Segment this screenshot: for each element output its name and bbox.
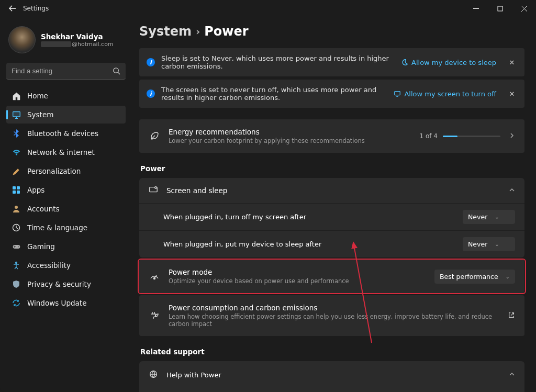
nav-time-language[interactable]: Time & language: [6, 219, 126, 237]
shield-icon: [12, 279, 21, 289]
chevron-up-icon: [509, 371, 515, 379]
help-group: Help with Power Adjusting power and slee…: [139, 361, 524, 392]
screen-sleep-header[interactable]: Screen and sleep: [139, 178, 524, 203]
svg-rect-6: [17, 191, 20, 194]
power-mode-select[interactable]: Best performance⌄: [434, 270, 515, 284]
main-content: System › Power i Sleep is set to Never, …: [131, 17, 536, 392]
svg-point-7: [15, 206, 18, 209]
svg-rect-4: [17, 186, 20, 189]
svg-point-10: [18, 246, 19, 247]
svg-rect-12: [395, 92, 400, 95]
user-email: @hotmail.com: [41, 41, 114, 48]
chevron-right-icon: ›: [196, 25, 200, 38]
home-icon: [12, 91, 21, 100]
banner-message: The screen is set to never turn off, whi…: [161, 86, 387, 102]
screen-off-row: When plugged in, turn off my screen afte…: [139, 203, 524, 230]
plug-leaf-icon: [149, 310, 160, 321]
clock-icon: [12, 223, 21, 232]
section-related: Related support: [140, 348, 524, 356]
user-name: Shekhar Vaidya: [41, 32, 114, 41]
nav-windows-update[interactable]: Windows Update: [6, 294, 126, 312]
svg-rect-0: [498, 6, 502, 11]
gaming-icon: [12, 242, 21, 251]
banner-sleep-never: i Sleep is set to Never, which uses more…: [139, 48, 524, 76]
close-button[interactable]: [512, 0, 536, 17]
minimize-button[interactable]: [464, 0, 488, 17]
info-icon: i: [147, 58, 155, 66]
sleep-after-select[interactable]: Never⌄: [463, 237, 515, 251]
banner-close[interactable]: ✕: [507, 88, 517, 99]
accessibility-icon: [12, 261, 21, 270]
page-title: Power: [204, 24, 248, 39]
nav-bluetooth[interactable]: Bluetooth & devices: [6, 125, 126, 142]
brush-icon: [12, 166, 21, 176]
search-icon: [113, 67, 120, 76]
titlebar: Settings: [0, 0, 536, 17]
screen-sleep-group: Screen and sleep When plugged in, turn o…: [139, 178, 524, 257]
sidebar: Shekhar Vaidya @hotmail.com Home System …: [0, 17, 131, 392]
breadcrumb-system[interactable]: System: [139, 24, 192, 39]
breadcrumb: System › Power: [139, 24, 524, 39]
nav-accounts[interactable]: Accounts: [6, 200, 126, 218]
info-icon: i: [147, 89, 155, 98]
banner-action-screen[interactable]: Allow my screen to turn off: [394, 90, 496, 98]
svg-point-14: [155, 186, 157, 188]
chevron-down-icon: ⌄: [495, 214, 499, 220]
screen-icon: [149, 185, 158, 196]
app-title: Settings: [23, 5, 49, 12]
search-input[interactable]: [6, 63, 126, 80]
consumption-card[interactable]: Power consumption and carbon emissions L…: [139, 295, 524, 336]
energy-progress: 1 of 4: [420, 132, 500, 140]
gauge-icon: [149, 271, 160, 282]
svg-rect-3: [13, 186, 16, 189]
energy-recommendations-card[interactable]: Energy recommendations Lower your carbon…: [139, 119, 524, 153]
banner-close[interactable]: ✕: [507, 57, 517, 68]
nav-privacy[interactable]: Privacy & security: [6, 275, 126, 293]
chevron-down-icon: ⌄: [506, 274, 510, 279]
chevron-down-icon: ⌄: [495, 241, 499, 247]
nav-gaming[interactable]: Gaming: [6, 238, 126, 255]
chevron-right-icon: [509, 132, 515, 140]
power-mode-card[interactable]: Power mode Optimize your device based on…: [139, 260, 524, 293]
svg-rect-5: [13, 191, 16, 194]
maximize-button[interactable]: [488, 0, 512, 17]
screen-off-select[interactable]: Never⌄: [463, 210, 515, 224]
help-links-row: Adjusting power and sleep settings Chang…: [139, 389, 524, 392]
globe-icon: [149, 369, 158, 380]
nav-accessibility[interactable]: Accessibility: [6, 256, 126, 274]
nav-system[interactable]: System: [6, 106, 126, 124]
user-profile[interactable]: Shekhar Vaidya @hotmail.com: [6, 23, 126, 61]
system-icon: [12, 110, 21, 119]
nav-network[interactable]: Network & internet: [6, 143, 126, 161]
banner-message: Sleep is set to Never, which uses more p…: [161, 54, 395, 70]
sleep-after-row: When plugged in, put my device to sleep …: [139, 230, 524, 257]
svg-point-11: [16, 262, 17, 264]
nav-apps[interactable]: Apps: [6, 181, 126, 199]
section-power: Power: [140, 164, 524, 173]
avatar: [8, 26, 36, 53]
back-button[interactable]: [4, 0, 21, 17]
apps-icon: [12, 185, 21, 195]
leaf-icon: [149, 131, 160, 141]
chevron-up-icon: [509, 187, 515, 195]
banner-screen-never: i The screen is set to never turn off, w…: [139, 80, 524, 108]
svg-point-1: [114, 68, 118, 73]
help-with-power-header[interactable]: Help with Power: [139, 361, 524, 389]
svg-rect-2: [13, 111, 20, 116]
open-external-icon: [508, 311, 515, 320]
bluetooth-icon: [12, 129, 21, 138]
wifi-icon: [12, 148, 21, 157]
nav-personalization[interactable]: Personalization: [6, 162, 126, 180]
banner-action-sleep[interactable]: Allow my device to sleep: [401, 59, 496, 66]
update-icon: [12, 298, 21, 308]
nav-home[interactable]: Home: [6, 87, 126, 105]
search-box[interactable]: [6, 63, 126, 80]
accounts-icon: [12, 204, 21, 214]
